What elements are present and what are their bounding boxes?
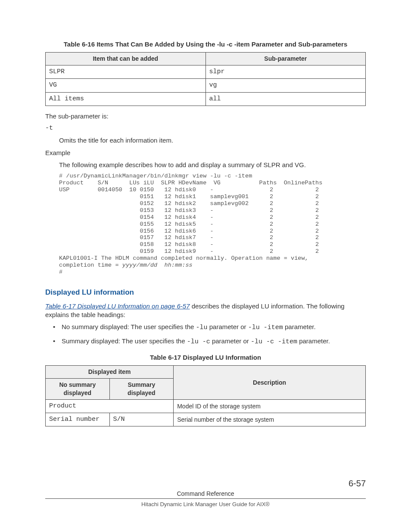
code-line: # /usr/DynamicLinkManager/bin/dlnkmgr vi… xyxy=(59,173,252,179)
code-inline: -lu -c -item xyxy=(251,338,297,345)
cell: vg xyxy=(206,79,366,92)
code-line: 0153 12 hdisk3 - 2 2 xyxy=(59,207,319,214)
code-line: KAPL01001-I The HDLM command completed n… xyxy=(59,255,308,261)
code-line: # xyxy=(59,269,62,275)
bullet-text: parameter. xyxy=(297,337,330,345)
table616-h2: Sub-parameter xyxy=(206,53,366,65)
code-line: 0151 12 hdisk1 samplevg001 2 2 xyxy=(59,193,319,200)
page: Table 6-16 Items That Can Be Added by Us… xyxy=(0,0,411,532)
bullet-text: parameter or xyxy=(208,323,248,330)
cell: Product xyxy=(46,399,174,413)
table617-h-nosum: No summary displayed xyxy=(46,379,110,400)
table-row: SLPR slpr xyxy=(46,65,366,79)
subparam-t: -t xyxy=(45,124,366,133)
cell: Serial number of the storage system xyxy=(174,413,366,426)
list-item: Summary displayed: The user specifies th… xyxy=(62,337,366,346)
table617-caption: Table 6-17 Displayed LU Information xyxy=(45,353,366,362)
code-line: 0155 12 hdisk5 - 2 2 xyxy=(59,221,319,227)
xref-link[interactable]: Table 6-17 Displayed LU Information on p… xyxy=(45,302,190,310)
cell: all xyxy=(206,92,366,106)
code-line: 0157 12 hdisk7 - 2 2 xyxy=(59,234,319,241)
code-line-italic: yyyy/mm/dd hh:mm:ss xyxy=(122,262,193,268)
code-line: 0156 12 hdisk6 - 2 2 xyxy=(59,228,319,234)
table617-h-sum: Summary displayed xyxy=(109,379,174,400)
code-inline: -lu -item xyxy=(248,324,283,331)
cell: S/N xyxy=(109,413,174,426)
table-row: All items all xyxy=(46,92,366,106)
bullet-list: No summary displayed: The user specifies… xyxy=(45,323,366,346)
cell: Serial number xyxy=(46,413,110,426)
footer-cmdref: Command Reference xyxy=(45,490,366,499)
code-line: Product S/N LUs iLU SLPR HDevName VG Pat… xyxy=(59,180,322,186)
table-row: VG vg xyxy=(46,79,366,92)
subparam-t-desc: Omits the title for each information ite… xyxy=(59,136,366,145)
code-line: 0159 12 hdisk9 - 2 2 xyxy=(59,248,319,255)
code-line: 0152 12 hdisk2 samplevg002 2 2 xyxy=(59,200,319,207)
bullet-text: parameter. xyxy=(283,323,316,330)
cell: All items xyxy=(46,92,206,106)
subparam-intro: The sub-parameter is: xyxy=(45,112,366,121)
bullet-text: No summary displayed: The user specifies… xyxy=(62,323,196,330)
table617-h-dispitem: Displayed item xyxy=(46,366,174,379)
bullet-text: parameter or xyxy=(210,337,251,345)
cell: Model ID of the storage system xyxy=(174,399,366,413)
code-block: # /usr/DynamicLinkManager/bin/dlnkmgr vi… xyxy=(59,173,366,276)
bullet-text: Summary displayed: The user specifies th… xyxy=(62,337,187,345)
cell: slpr xyxy=(206,65,366,79)
table616: Item that can be added Sub-parameter SLP… xyxy=(45,52,366,106)
page-footer: 6-57 Command Reference Hitachi Dynamic L… xyxy=(45,490,366,508)
list-item: No summary displayed: The user specifies… xyxy=(62,323,366,332)
section-heading: Displayed LU information xyxy=(45,288,366,298)
table-row: Serial number S/N Serial number of the s… xyxy=(46,413,366,426)
cell: VG xyxy=(46,79,206,92)
page-number: 6-57 xyxy=(349,478,366,489)
code-line: 0154 12 hdisk4 - 2 2 xyxy=(59,214,319,221)
example-label: Example xyxy=(45,149,366,157)
code-line: USP 0014050 10 0150 12 hdisk0 - 2 2 xyxy=(59,187,319,193)
cell: SLPR xyxy=(46,65,206,79)
table-row: Product Model ID of the storage system xyxy=(46,399,366,413)
code-inline: -lu -c xyxy=(187,338,210,345)
code-line: 0158 12 hdisk8 - 2 2 xyxy=(59,241,319,248)
table616-h1: Item that can be added xyxy=(46,53,206,65)
footer-rule xyxy=(45,498,366,499)
footer-book-title: Hitachi Dynamic Link Manager User Guide … xyxy=(45,501,366,508)
xref-para: Table 6-17 Displayed LU Information on p… xyxy=(45,302,366,320)
table617-h-desc: Description xyxy=(174,366,366,400)
code-inline: -lu xyxy=(196,324,208,331)
code-line: completion time = xyxy=(59,262,122,268)
example-desc: The following example describes how to a… xyxy=(59,161,366,169)
table617: Displayed item Description No summary di… xyxy=(45,365,366,426)
table616-caption: Table 6-16 Items That Can Be Added by Us… xyxy=(45,40,366,49)
